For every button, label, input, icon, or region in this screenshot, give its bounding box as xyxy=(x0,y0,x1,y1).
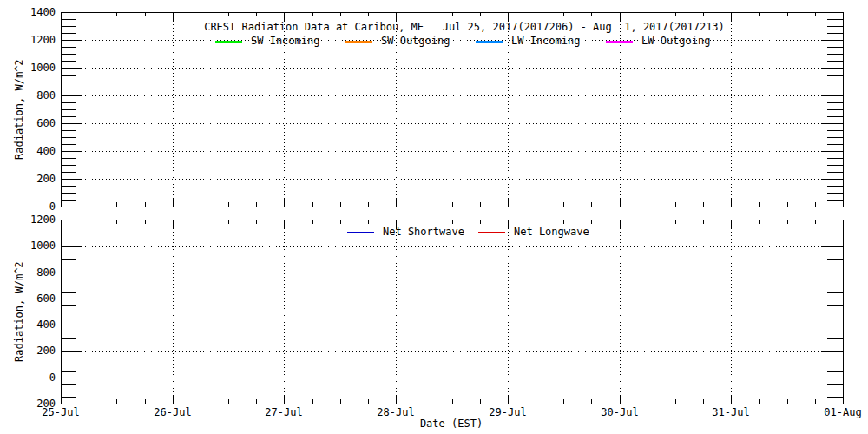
legend-line-lw-incoming xyxy=(476,41,503,43)
y-tick-label: 200 xyxy=(0,345,56,357)
y-tick-label: 600 xyxy=(0,117,56,129)
legend-label: Net Longwave xyxy=(514,226,589,238)
y-tick-label: 1000 xyxy=(0,240,56,252)
y-tick-label: 1000 xyxy=(0,62,56,74)
y-tick-label: 1400 xyxy=(0,6,56,18)
y-tick-label: 400 xyxy=(0,145,56,157)
y-tick-label: 1200 xyxy=(0,214,56,226)
y-tick-label: 200 xyxy=(0,173,56,185)
legend-line-net-shortwave xyxy=(347,232,374,233)
legend-label: LW Outgoing xyxy=(641,35,710,47)
legend-line-sw-outgoing xyxy=(345,41,372,43)
x-tick-label: 29-Jul xyxy=(473,406,542,418)
x-axis-label: Date (EST) xyxy=(420,418,483,430)
x-tick-label: 30-Jul xyxy=(585,406,654,418)
chart-title: CREST Radiation Data at Caribou, ME Jul … xyxy=(204,21,725,33)
y-tick-label: 1200 xyxy=(0,34,56,46)
y-tick-label: 0 xyxy=(0,372,56,384)
legend-line-sw-incoming xyxy=(215,41,242,43)
x-tick-label: 01-Aug xyxy=(808,406,868,418)
y-tick-label: 0 xyxy=(0,201,56,213)
x-tick-label: 27-Jul xyxy=(249,406,319,418)
x-tick-label: 28-Jul xyxy=(361,406,431,418)
y-tick-label: 800 xyxy=(0,89,56,102)
x-tick-label: 31-Jul xyxy=(696,406,766,418)
legend-line-net-longwave xyxy=(478,232,505,233)
legend-label: Net Shortwave xyxy=(383,226,464,238)
y-tick-label: 600 xyxy=(0,293,56,305)
legend-label: LW Incoming xyxy=(511,35,580,47)
plot-frame-bottom xyxy=(61,220,843,404)
y-tick-label: 400 xyxy=(0,319,56,331)
x-tick-label: 25-Jul xyxy=(26,406,95,418)
legend-label: SW Incoming xyxy=(251,35,319,47)
plot-frame-top xyxy=(61,12,843,207)
x-tick-label: 26-Jul xyxy=(138,406,207,418)
legend-label: SW Outgoing xyxy=(381,35,450,47)
y-tick-label: 800 xyxy=(0,266,56,279)
chart-canvas xyxy=(0,0,868,434)
legend-line-lw-outgoing xyxy=(606,41,633,43)
radiation-figure: CREST Radiation Data at Caribou, ME Jul … xyxy=(0,0,868,434)
